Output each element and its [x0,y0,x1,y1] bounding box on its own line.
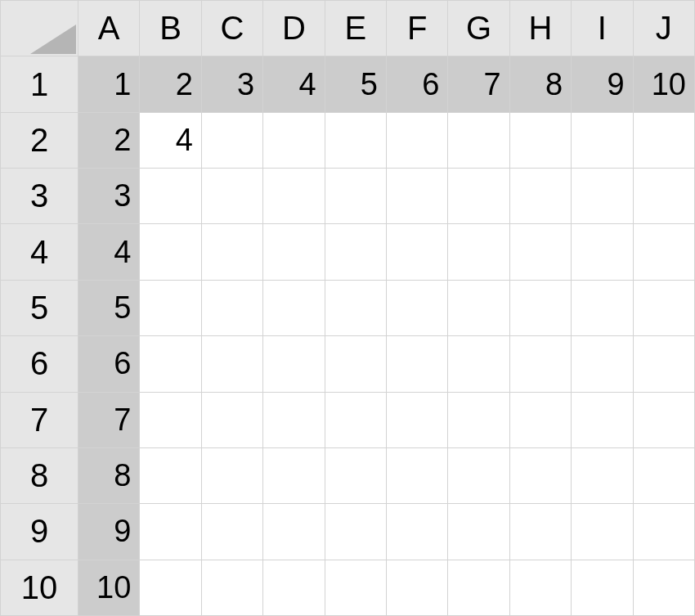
row-header-7[interactable]: 7 [1,392,78,447]
row-header-9[interactable]: 9 [1,504,78,560]
cell-C2[interactable] [201,112,262,168]
column-header-D[interactable]: D [263,1,325,56]
cell-I1[interactable]: 9 [572,56,633,112]
cell-D5[interactable] [263,280,325,335]
cell-E3[interactable] [325,169,386,224]
cell-H4[interactable] [509,224,571,280]
cell-A10[interactable]: 10 [78,560,140,615]
cell-B9[interactable] [140,504,201,560]
cell-I8[interactable] [572,447,633,503]
column-header-C[interactable]: C [201,1,262,56]
cell-J1[interactable]: 10 [633,56,694,112]
cell-D6[interactable] [263,336,325,392]
cell-J5[interactable] [633,280,694,335]
cell-C9[interactable] [201,504,262,560]
row-header-6[interactable]: 6 [1,336,78,392]
column-header-A[interactable]: A [78,1,140,56]
cell-D4[interactable] [263,224,325,280]
cell-H6[interactable] [509,336,571,392]
cell-J6[interactable] [633,336,694,392]
cell-E8[interactable] [325,447,386,503]
cell-I2[interactable] [572,112,633,168]
cell-F8[interactable] [386,447,447,503]
cell-A6[interactable]: 6 [78,336,140,392]
cell-A8[interactable]: 8 [78,447,140,503]
cell-A1[interactable]: 1 [78,56,140,112]
cell-B6[interactable] [140,336,201,392]
cell-J8[interactable] [633,447,694,503]
row-header-2[interactable]: 2 [1,112,78,168]
cell-H5[interactable] [509,280,571,335]
cell-C4[interactable] [201,224,262,280]
cell-A5[interactable]: 5 [78,280,140,335]
cell-D8[interactable] [263,447,325,503]
row-header-10[interactable]: 10 [1,560,78,615]
cell-D7[interactable] [263,392,325,447]
row-header-3[interactable]: 3 [1,169,78,224]
cell-D10[interactable] [263,560,325,615]
row-header-8[interactable]: 8 [1,447,78,503]
cell-B10[interactable] [140,560,201,615]
cell-H7[interactable] [509,392,571,447]
cell-E1[interactable]: 5 [325,56,386,112]
row-header-4[interactable]: 4 [1,224,78,280]
cell-G8[interactable] [448,447,509,503]
cell-H10[interactable] [509,560,571,615]
cell-B5[interactable] [140,280,201,335]
cell-E7[interactable] [325,392,386,447]
cell-I6[interactable] [572,336,633,392]
cell-G6[interactable] [448,336,509,392]
cell-E10[interactable] [325,560,386,615]
cell-F4[interactable] [386,224,447,280]
cell-J10[interactable] [633,560,694,615]
column-header-H[interactable]: H [509,1,571,56]
cell-B2[interactable]: 4 [140,112,201,168]
column-header-E[interactable]: E [325,1,386,56]
cell-I4[interactable] [572,224,633,280]
cell-A3[interactable]: 3 [78,169,140,224]
cell-H1[interactable]: 8 [509,56,571,112]
row-header-5[interactable]: 5 [1,280,78,335]
cell-B8[interactable] [140,447,201,503]
cell-G1[interactable]: 7 [448,56,509,112]
cell-C8[interactable] [201,447,262,503]
cell-C7[interactable] [201,392,262,447]
column-header-B[interactable]: B [140,1,201,56]
cell-A7[interactable]: 7 [78,392,140,447]
cell-H2[interactable] [509,112,571,168]
cell-E9[interactable] [325,504,386,560]
cell-J9[interactable] [633,504,694,560]
cell-E6[interactable] [325,336,386,392]
cell-I10[interactable] [572,560,633,615]
cell-I7[interactable] [572,392,633,447]
cell-C1[interactable]: 3 [201,56,262,112]
cell-D1[interactable]: 4 [263,56,325,112]
cell-I5[interactable] [572,280,633,335]
cell-E5[interactable] [325,280,386,335]
cell-F7[interactable] [386,392,447,447]
cell-B4[interactable] [140,224,201,280]
cell-A9[interactable]: 9 [78,504,140,560]
cell-F6[interactable] [386,336,447,392]
cell-F3[interactable] [386,169,447,224]
cell-G10[interactable] [448,560,509,615]
cell-E4[interactable] [325,224,386,280]
cell-B3[interactable] [140,169,201,224]
cell-F10[interactable] [386,560,447,615]
cell-B7[interactable] [140,392,201,447]
cell-J4[interactable] [633,224,694,280]
cell-D2[interactable] [263,112,325,168]
cell-F5[interactable] [386,280,447,335]
cell-F1[interactable]: 6 [386,56,447,112]
column-header-J[interactable]: J [633,1,694,56]
row-header-1[interactable]: 1 [1,56,78,112]
cell-J3[interactable] [633,169,694,224]
cell-J2[interactable] [633,112,694,168]
cell-J7[interactable] [633,392,694,447]
cell-A2[interactable]: 2 [78,112,140,168]
cell-C3[interactable] [201,169,262,224]
select-all-corner[interactable] [1,1,78,56]
column-header-G[interactable]: G [448,1,509,56]
cell-I3[interactable] [572,169,633,224]
cell-F9[interactable] [386,504,447,560]
